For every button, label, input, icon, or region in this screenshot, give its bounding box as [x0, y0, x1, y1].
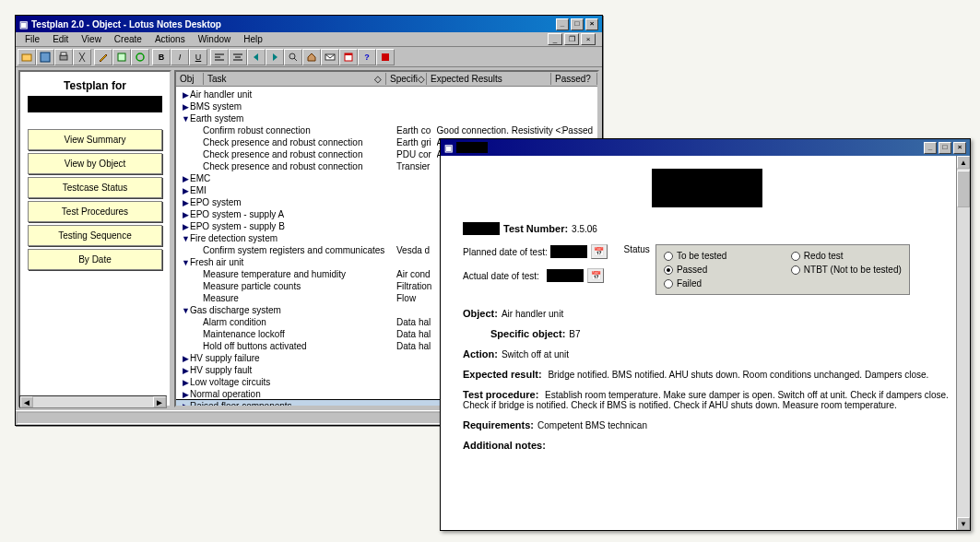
nav-testing-sequence[interactable]: Testing Sequence	[28, 225, 162, 246]
col-task[interactable]: Task ◇	[204, 73, 386, 85]
expected-label: Expected result:	[463, 369, 542, 380]
toolbar-search-icon[interactable]	[284, 49, 302, 65]
menu-edit[interactable]: Edit	[46, 33, 75, 45]
testnumber-value: 3.5.06	[572, 224, 597, 234]
toolbar-open-icon[interactable]	[18, 49, 36, 65]
toolbar-cut-icon[interactable]	[73, 49, 91, 65]
maximize-button[interactable]: □	[571, 18, 584, 30]
svg-rect-0	[22, 54, 31, 61]
title-bar: ▣ Testplan 2.0 - Object - Lotus Notes De…	[16, 16, 602, 32]
scroll-right-icon[interactable]: ►	[153, 396, 166, 407]
menu-actions[interactable]: Actions	[148, 33, 192, 45]
svg-rect-9	[345, 53, 352, 55]
nav-view-by-object[interactable]: View by Object	[28, 153, 162, 174]
menu-help[interactable]: Help	[237, 33, 269, 45]
dialog-vertical-scrollbar[interactable]: ▲ ▼	[956, 156, 970, 530]
menu-window[interactable]: Window	[192, 33, 238, 45]
planned-date-calendar-icon[interactable]: 📅	[591, 244, 608, 259]
object-label: Object:	[463, 308, 498, 319]
actual-date-calendar-icon[interactable]: 📅	[587, 268, 604, 283]
svg-rect-10	[382, 53, 389, 61]
close-button[interactable]: ×	[585, 18, 598, 30]
toolbar-back-icon[interactable]	[247, 49, 266, 65]
redacted-title	[28, 96, 162, 112]
mdi-restore-button[interactable]: ❐	[564, 33, 579, 45]
dialog-header-redacted	[652, 169, 762, 207]
col-obj[interactable]: Obj	[176, 73, 204, 85]
menu-file[interactable]: File	[18, 33, 46, 45]
horizontal-scrollbar[interactable]: ◄ ►	[19, 395, 167, 408]
col-specific[interactable]: Specifi◇	[386, 73, 427, 85]
tree-row[interactable]: Confirm robust connectionEarth coGood co…	[176, 124, 597, 136]
toolbar-help-icon[interactable]: ?	[358, 49, 376, 65]
toolbar-italic-icon[interactable]: I	[171, 49, 189, 65]
toolbar-align-left-icon[interactable]	[210, 49, 229, 65]
toolbar-stop-icon[interactable]	[376, 49, 395, 65]
requirements-label: Requirements:	[463, 419, 534, 430]
dialog-maximize-button[interactable]: □	[939, 142, 951, 154]
col-passed[interactable]: Passed?	[551, 73, 597, 85]
object-value: Air handler unit	[502, 309, 563, 319]
window-title: Testplan 2.0 - Object - Lotus Notes Desk…	[31, 19, 221, 29]
actual-date-value	[547, 269, 584, 282]
app-icon: ▣	[19, 19, 28, 29]
svg-rect-1	[41, 53, 50, 62]
specific-value: B7	[569, 329, 580, 339]
nav-testcase-status[interactable]: Testcase Status	[28, 177, 162, 198]
dialog-close-button[interactable]: ×	[953, 142, 966, 154]
toolbar-refresh-icon[interactable]	[131, 49, 149, 65]
nav-view-summary[interactable]: View Summary	[28, 129, 162, 150]
dialog-body: Test Number: 3.5.06 Planned date of test…	[441, 156, 970, 530]
status-radio[interactable]: Redo test	[791, 251, 902, 261]
toolbar-properties-icon[interactable]	[112, 49, 131, 65]
menu-bar: File Edit View Create Actions Window Hel…	[16, 32, 602, 47]
toolbar-print-icon[interactable]	[54, 49, 73, 65]
toolbar-underline-icon[interactable]: U	[189, 49, 207, 65]
scroll-up-icon[interactable]: ▲	[957, 156, 970, 169]
tree-row[interactable]: ▼Earth system	[176, 112, 597, 124]
actual-date-label: Actual date of test:	[463, 271, 539, 281]
toolbar-home-icon[interactable]	[302, 49, 321, 65]
toolbar-align-center-icon[interactable]	[229, 49, 247, 65]
toolbar: B I U ?	[16, 47, 602, 67]
navigation-pane: Testplan for View Summary View by Object…	[18, 70, 171, 407]
status-radio[interactable]: Failed	[664, 278, 774, 289]
dialog-title-redacted	[456, 142, 488, 153]
status-label: Status	[624, 244, 650, 254]
dialog-icon: ▣	[444, 143, 453, 153]
menu-view[interactable]: View	[75, 33, 108, 45]
testnumber-prefix-redacted	[463, 222, 500, 235]
procedure-label: Test procedure:	[463, 389, 538, 400]
toolbar-edit-icon[interactable]	[94, 49, 112, 65]
testplan-heading: Testplan for	[28, 79, 162, 92]
col-expected[interactable]: Expected Results	[427, 73, 551, 85]
mdi-close-button[interactable]: ×	[581, 33, 596, 45]
scroll-thumb[interactable]	[957, 171, 970, 207]
toolbar-save-icon[interactable]	[36, 49, 54, 65]
minimize-button[interactable]: _	[556, 18, 569, 30]
toolbar-forward-icon[interactable]	[266, 49, 284, 65]
status-radio[interactable]: Passed	[664, 265, 774, 275]
action-value: Switch off at unit	[502, 349, 569, 359]
scroll-down-icon[interactable]: ▼	[957, 517, 970, 530]
specific-label: Specific object:	[490, 328, 565, 339]
tree-row[interactable]: ▶BMS system	[176, 100, 597, 112]
toolbar-calendar-icon[interactable]	[339, 49, 358, 65]
scroll-left-icon[interactable]: ◄	[20, 396, 33, 407]
planned-date-label: Planned date of test:	[463, 247, 548, 257]
action-label: Action:	[463, 348, 498, 359]
toolbar-mail-icon[interactable]	[321, 49, 339, 65]
nav-test-procedures[interactable]: Test Procedures	[28, 201, 162, 222]
svg-rect-3	[61, 53, 66, 55]
status-radio[interactable]: NTBT (Not to be tested)	[791, 265, 902, 275]
svg-rect-2	[60, 55, 67, 60]
planned-date-value	[550, 245, 587, 258]
tree-row[interactable]: ▶Air handler unit	[176, 88, 597, 100]
toolbar-bold-icon[interactable]: B	[152, 49, 171, 65]
mdi-minimize-button[interactable]: _	[548, 33, 562, 45]
menu-create[interactable]: Create	[108, 33, 148, 45]
nav-by-date[interactable]: By Date	[28, 249, 162, 270]
status-radio[interactable]: To be tested	[664, 251, 774, 261]
svg-point-5	[136, 53, 144, 61]
dialog-minimize-button[interactable]: _	[924, 142, 937, 154]
